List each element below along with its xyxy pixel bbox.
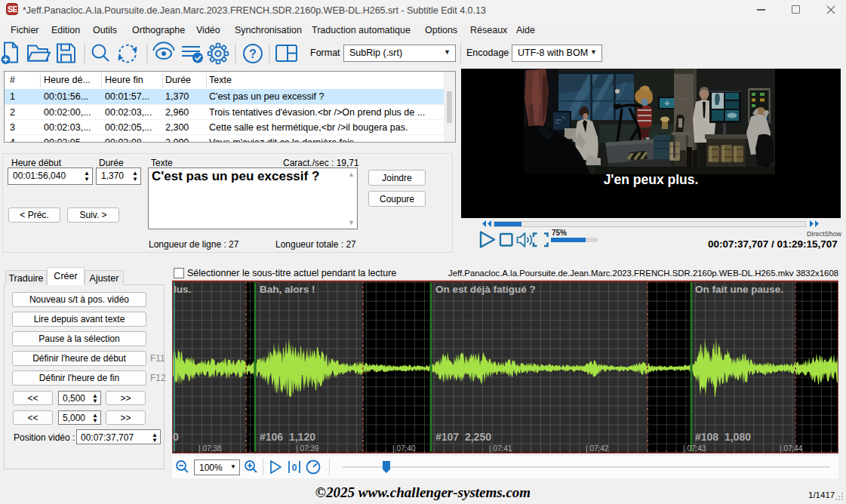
svg-text:0: 0 (292, 463, 297, 473)
svg-text:?: ? (249, 48, 257, 60)
